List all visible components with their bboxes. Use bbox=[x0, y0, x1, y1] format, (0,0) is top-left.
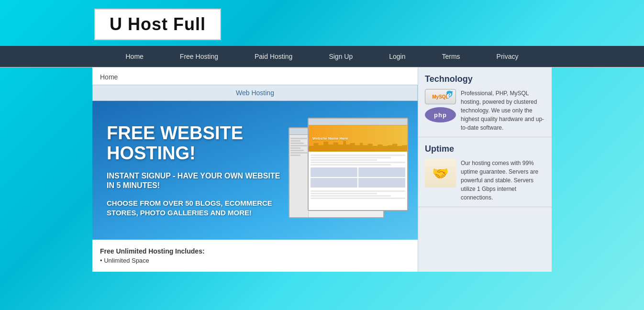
nav-item-free-hosting[interactable]: Free Hosting bbox=[162, 46, 236, 67]
hero-banner: FREE WEBSITE HOSTING! INSTANT SIGNUP - H… bbox=[92, 101, 418, 240]
front-line bbox=[311, 155, 405, 156]
nav-item-sign-up[interactable]: Sign Up bbox=[311, 46, 371, 67]
below-hero: Free Unlimited Hosting Includes: • Unlim… bbox=[92, 240, 418, 272]
b-line bbox=[290, 150, 304, 151]
sidebar-tech-content: MySQL 🐬 php Professional, PHP, MySQL hos… bbox=[425, 89, 545, 132]
b-line bbox=[290, 140, 300, 142]
b-line bbox=[290, 147, 300, 149]
nav-inner: Home Free Hosting Paid Hosting Sign Up L… bbox=[92, 46, 552, 67]
hero-title: FREE WEBSITE HOSTING! bbox=[107, 123, 289, 164]
nav-item-terms[interactable]: Terms bbox=[423, 46, 478, 67]
php-logo: php bbox=[425, 107, 456, 122]
main-column: Home Web Hosting FREE WEBSITE HOSTING! I… bbox=[92, 67, 418, 272]
front-grid-cell bbox=[358, 178, 405, 188]
front-line bbox=[311, 157, 391, 158]
mock-browser-front: Website Name Here bbox=[308, 118, 408, 211]
nav-item-privacy[interactable]: Privacy bbox=[478, 46, 537, 67]
web-hosting-bar: Web Hosting bbox=[92, 85, 418, 101]
sidebar-uptime-description: Our hosting comes with 99% uptime guaran… bbox=[461, 159, 545, 202]
nav-item-login[interactable]: Login bbox=[371, 46, 423, 67]
front-grid-cell bbox=[358, 167, 405, 177]
front-line bbox=[311, 164, 391, 166]
browser-titlebar-front bbox=[309, 119, 407, 125]
free-hosting-title: Free Unlimited Hosting Includes: bbox=[100, 247, 410, 255]
sidebar-technology-title: Technology bbox=[425, 74, 545, 84]
b-line bbox=[290, 138, 307, 139]
sidebar-technology-description: Professional, PHP, MySQL hosting, powere… bbox=[461, 89, 545, 132]
front-line bbox=[311, 195, 391, 197]
front-body bbox=[309, 152, 407, 211]
front-header-text: Website Name Here bbox=[312, 136, 348, 141]
sidebar-uptime-title: Uptime bbox=[425, 144, 545, 154]
b-line bbox=[290, 152, 307, 154]
front-header: Website Name Here bbox=[309, 125, 407, 152]
front-line bbox=[311, 162, 405, 163]
page-wrapper: U Host Full Home Free Hosting Paid Hosti… bbox=[0, 0, 644, 310]
content-wrapper: Home Web Hosting FREE WEBSITE HOSTING! I… bbox=[92, 67, 552, 272]
sidebar-uptime-section: Uptime 🤝 Our hosting comes with 99% upti… bbox=[418, 137, 552, 207]
b-line bbox=[290, 145, 307, 146]
mysql-logo: MySQL 🐬 bbox=[425, 89, 456, 104]
front-grid-cell bbox=[311, 167, 357, 177]
front-line bbox=[311, 190, 405, 192]
hero-text: FREE WEBSITE HOSTING! INSTANT SIGNUP - H… bbox=[107, 123, 289, 217]
bullet-item-1: • Unlimited Space bbox=[100, 257, 410, 264]
browser-left-panel bbox=[289, 135, 309, 218]
front-grid-cell bbox=[311, 178, 357, 188]
right-sidebar: Technology MySQL 🐬 php Professional, PHP… bbox=[418, 67, 552, 272]
hero-images: Website Name Here bbox=[289, 118, 403, 223]
mysql-dolphin-icon: 🐬 bbox=[445, 90, 454, 98]
front-line bbox=[311, 159, 377, 161]
front-grid bbox=[311, 167, 405, 188]
nav-bar: Home Free Hosting Paid Hosting Sign Up L… bbox=[0, 46, 644, 67]
b-line bbox=[290, 143, 304, 144]
logo-area: U Host Full bbox=[0, 0, 644, 46]
nav-item-home[interactable]: Home bbox=[107, 46, 161, 67]
breadcrumb: Home bbox=[92, 67, 418, 85]
handshake-icon: 🤝 bbox=[425, 159, 456, 188]
site-logo[interactable]: U Host Full bbox=[94, 9, 221, 40]
sidebar-technology-section: Technology MySQL 🐬 php Professional, PHP… bbox=[418, 67, 552, 137]
browser-content-front: Website Name Here bbox=[309, 125, 407, 211]
hero-sub2: CHOOSE FROM OVER 50 BLOGS, ECOMMERCE STO… bbox=[107, 199, 289, 217]
b-line bbox=[290, 155, 300, 156]
sidebar-icons: MySQL 🐬 php bbox=[425, 89, 456, 122]
front-line bbox=[311, 198, 405, 199]
nav-item-paid-hosting[interactable]: Paid Hosting bbox=[236, 46, 311, 67]
hero-subtitle: INSTANT SIGNUP - HAVE YOUR OWN WEBSITE I… bbox=[107, 171, 289, 191]
uptime-content: 🤝 Our hosting comes with 99% uptime guar… bbox=[425, 159, 545, 202]
front-line bbox=[311, 193, 377, 194]
